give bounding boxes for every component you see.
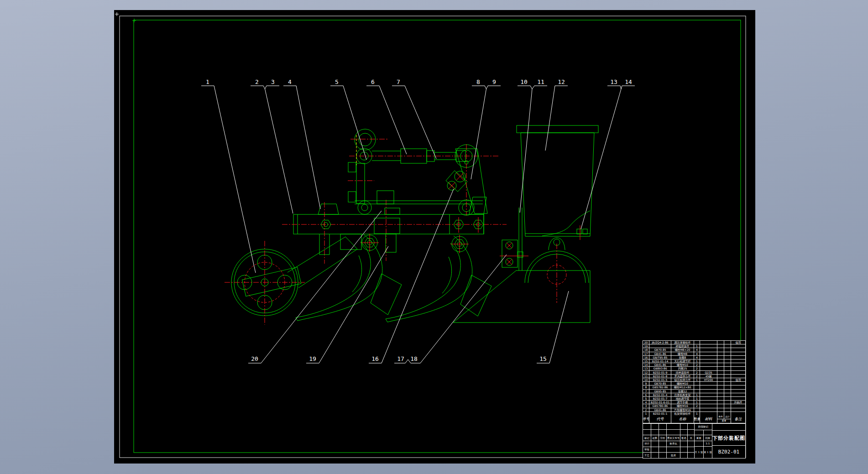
bom-cell-code: BZ02-01-5 (649, 378, 671, 381)
sig-cell (659, 424, 666, 429)
bom-cell-code (649, 344, 671, 348)
bom-cell-no: 11 (643, 375, 649, 378)
bom-cell-material (700, 348, 717, 351)
bom-cell-code: GB70-85 (649, 382, 671, 385)
bom-header-weight: 单件 总计 重量 (717, 415, 731, 423)
callout-4: 4 (288, 78, 292, 85)
bom-header-unit: 单件 (717, 415, 724, 419)
bom-header-remark: 备注 (731, 415, 745, 423)
bom-cell-material (700, 390, 717, 393)
bom-cell-no: 9 (643, 382, 649, 385)
sig-label-weight: 重量 (695, 435, 703, 441)
bom-cell-no: 15 (643, 359, 649, 363)
bom-cell-material: HT200 (700, 378, 717, 381)
bom-cell-material (700, 404, 717, 407)
bom-cell-no: 2 (643, 408, 649, 411)
bom-cell-unit-weight (717, 401, 724, 404)
bom-cell-name: 螺栓M8×20 (671, 348, 694, 351)
bom-cell-unit-weight (717, 356, 724, 359)
sig-cell (659, 447, 666, 453)
bom-cell-code: GB/T95-85 (649, 356, 671, 359)
sig-cell (667, 447, 680, 453)
bom-cell-qty (694, 385, 700, 389)
bom-cell-no: 7 (643, 390, 649, 393)
bom-cell-unit-weight (717, 341, 724, 344)
drawing-title-grid: 下部分装配图 BZ02-01 (712, 423, 746, 458)
bom-cell-no: 17 (643, 352, 649, 355)
bom-cell-code: GB41-86 (649, 408, 671, 411)
bom-cell-name: 排种器部件 (671, 371, 694, 374)
bom-cell-code: BZ02-01-8 (649, 375, 671, 378)
sig-cell (695, 441, 703, 446)
bom-cell-qty: 4 (694, 356, 700, 359)
bom-cell-no: 12 (643, 371, 649, 374)
bom-cell-unit-weight (717, 344, 724, 348)
bom-cell-unit-weight (717, 367, 724, 370)
callout-12: 12 (558, 78, 565, 85)
sig-label-check: 审核 (643, 447, 651, 453)
bom-cell-remark (731, 397, 745, 400)
bom-cell-code: BZ02-01-1 (649, 412, 671, 415)
bom-cell-code: GB893-86 (649, 367, 671, 370)
sig-cell (688, 424, 694, 429)
bom-cell-no: 8 (643, 385, 649, 389)
drawing-number: BZ02-01 (712, 446, 745, 458)
sig-cell (667, 424, 680, 429)
callout-15: 15 (539, 355, 547, 362)
callout-1: 1 (206, 78, 209, 85)
callout-14: 14 (625, 78, 632, 85)
bom-cell-remark: 外购件 (731, 401, 745, 404)
bom-cell-total-weight (724, 352, 731, 355)
bom-cell-code: BZ02-01-4 (649, 393, 671, 396)
bom-cell-total-weight (724, 393, 731, 396)
bom-cell-qty (694, 341, 700, 344)
callout-2: 2 (255, 78, 259, 85)
bom-cell-unit-weight (717, 363, 724, 366)
sig-cell (680, 430, 687, 435)
bom-cell-name: 六角螺母M16 (671, 408, 694, 411)
sig-cell (680, 453, 687, 458)
bom-cell-code: BZ02-01-9 (649, 371, 671, 374)
sig-cell (680, 441, 687, 447)
bom-header-code: 代号 (649, 415, 671, 423)
bom-cell-unit-weight (717, 371, 724, 374)
sig-cell (680, 424, 687, 429)
bom-cell-qty: 4 (694, 352, 700, 355)
bom-cell-unit-weight (717, 385, 724, 389)
sig-label-count: 处数 (651, 435, 659, 441)
bom-header-row: 序号 代号 名称 数量 材料 单件 总计 重量 备注 (643, 415, 746, 423)
sig-label-design: 设计 (643, 441, 651, 447)
callout-9: 9 (492, 78, 496, 85)
sig-label-process: 工艺 (643, 453, 651, 458)
sig-cell (643, 424, 651, 429)
bom-cell-material (700, 341, 717, 344)
bom-header-qty: 数量 (694, 415, 700, 423)
bom-cell-material (700, 367, 717, 370)
stage-weight-scale-grid: 阶段标记 重量 比例 1:1 共 1 张 第 1 张 (694, 423, 712, 458)
bom-cell-material (700, 382, 717, 385)
sig-cell (651, 430, 659, 435)
sig-cell (688, 430, 694, 435)
bom-cell-code: JB/ZQ4-2-86 (649, 341, 671, 344)
sig-cell (651, 424, 659, 429)
bom-cell-unit-weight (717, 348, 724, 351)
bom-cell-qty: 1 (694, 397, 700, 400)
callout-3: 3 (271, 78, 275, 85)
bom-cell-no: 5 (643, 397, 649, 400)
bom-cell-total-weight (724, 367, 731, 370)
bom-cell-material: 45钢 (700, 375, 717, 378)
bom-cell-total-weight (724, 359, 731, 363)
callout-5: 5 (335, 78, 339, 85)
title-block: 20 JB/ZQ4-2-86 调压弹簧组件 借用 19 种箱焊接件 1 18 G… (643, 340, 746, 458)
sig-cell (688, 447, 694, 453)
bom-cell-name: 机架焊接组件 (671, 412, 694, 415)
bom-cell-remark: 借用 (731, 341, 745, 344)
bom-cell-total-weight (724, 397, 731, 400)
bom-cell-name: 仿形机构支架 (671, 393, 694, 396)
bom-cell-total-weight (724, 371, 731, 374)
bom-cell-remark (731, 385, 745, 389)
bom-cell-material (700, 359, 717, 363)
bom-cell-total-weight (724, 341, 731, 344)
sig-label-mark: 标记 (643, 435, 651, 441)
bom-header-material: 材料 (700, 415, 717, 423)
